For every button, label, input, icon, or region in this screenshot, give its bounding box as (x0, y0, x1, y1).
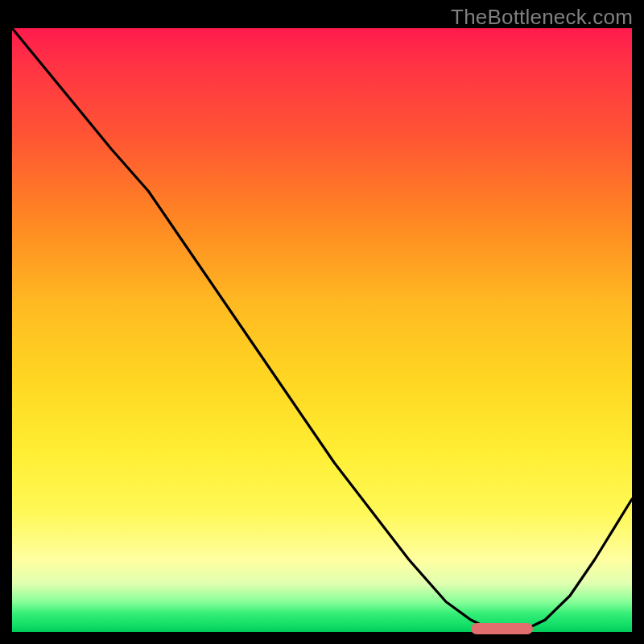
curve-path (12, 28, 632, 632)
optimum-marker (471, 623, 533, 634)
watermark-text: TheBottleneck.com (451, 5, 633, 30)
chart-frame: TheBottleneck.com (0, 0, 644, 644)
plot-area (12, 28, 632, 632)
bottleneck-curve (12, 28, 632, 632)
